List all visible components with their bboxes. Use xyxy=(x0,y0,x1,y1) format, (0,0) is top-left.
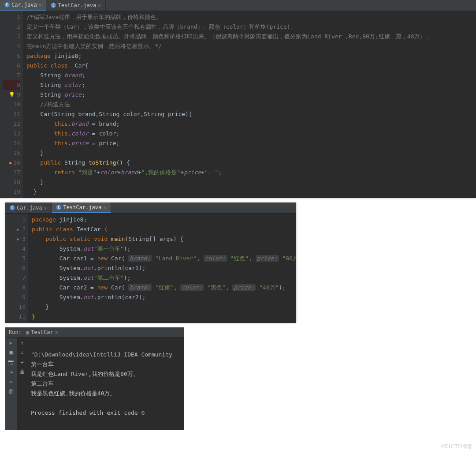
class-icon: C xyxy=(4,2,10,8)
line-number-bulb[interactable]: 9 xyxy=(3,90,20,100)
tabbar-1: C Car.java × C TestCar.java × xyxy=(0,0,476,11)
comment: 定义构造方法，用来初始化数据成员。并将品牌、颜色和价格打印出来。（假设有两个对象… xyxy=(26,33,431,40)
line-number: 17 xyxy=(3,168,20,177)
class-icon: C xyxy=(10,205,15,210)
line-number: 19 xyxy=(3,187,20,197)
run-label: Run: xyxy=(9,329,22,335)
camera-icon[interactable]: 📷 xyxy=(8,360,15,365)
export-icon[interactable]: ⇥ xyxy=(9,369,12,375)
tab-testcar-java[interactable]: C TestCar.java × xyxy=(52,203,111,213)
out-line: "D:\Download\idea\IntelliJ IDEA Communit… xyxy=(31,351,172,358)
window-icon: ▣ xyxy=(26,329,29,335)
line-number: 12 xyxy=(3,119,20,129)
close-icon[interactable]: × xyxy=(98,3,101,8)
print-icon[interactable]: 🖶 xyxy=(19,369,25,375)
line-number: 5 xyxy=(3,51,20,61)
wrap-icon[interactable]: ↩ xyxy=(20,360,23,365)
tabbar-2: C Car.java × C TestCar.java × xyxy=(5,203,296,214)
run-header: Run: ▣ TestCar × xyxy=(5,327,184,338)
line-number: 1 xyxy=(3,12,20,22)
class-icon: C xyxy=(51,3,56,8)
play-icon[interactable]: ▶ xyxy=(9,340,12,345)
param-hint: price: xyxy=(256,255,279,262)
tab-testcar-java[interactable]: C TestCar.java × xyxy=(46,0,105,11)
param-hint: color: xyxy=(204,255,227,262)
line-number: 9 xyxy=(8,293,26,302)
tab-label: Car.java xyxy=(11,2,37,8)
run-config-name: TestCar xyxy=(31,329,53,335)
out-line: 我是黑色红旗,我的价格是40万。 xyxy=(31,390,115,397)
line-number: 6 xyxy=(3,61,20,71)
line-number: 5 xyxy=(8,254,26,263)
param-hint: brand: xyxy=(128,255,152,262)
gutter[interactable]: 1 2 3 4 5 6 7 8 9 10 11 12 13 14 15 16 1… xyxy=(0,11,23,198)
line-number: 7 xyxy=(3,71,20,80)
down-icon[interactable]: ↓ xyxy=(20,350,23,355)
line-number: 11 xyxy=(8,312,26,322)
comment: 定义一个车类（Car），该类中应该有三个私有属性，品牌（brand）、颜色（co… xyxy=(26,23,296,30)
exit-icon[interactable]: ↦ xyxy=(9,379,12,384)
tab-label: TestCar.java xyxy=(63,204,101,210)
tab-label: TestCar.java xyxy=(58,2,96,8)
run-panel: Run: ▣ TestCar × ▶ ■ 📷 ⇥ ↦ 🗑 ↑ ↓ ↩ 🖶 "D:… xyxy=(5,327,184,430)
out-line: 第二台车 xyxy=(31,380,54,387)
editor-panel-car: C Car.java × C TestCar.java × 1 2 3 4 5 … xyxy=(0,0,476,198)
line-number: 15 xyxy=(3,148,20,158)
line-number: 2 xyxy=(3,22,20,32)
close-icon[interactable]: × xyxy=(39,2,42,8)
gutter[interactable]: 1 2 3 4 5 6 7 8 9 10 11 xyxy=(5,214,28,323)
param-hint: brand: xyxy=(128,284,152,291)
line-number: 3 xyxy=(3,32,20,41)
line-number-run[interactable]: 3 xyxy=(8,234,26,244)
close-icon[interactable]: × xyxy=(103,205,106,210)
close-icon[interactable]: × xyxy=(55,329,58,335)
out-line: Process finished with exit code 0 xyxy=(31,409,145,416)
tab-car-java[interactable]: C Car.java × xyxy=(0,0,46,11)
comment: /*编写Java程序，用于显示车的品牌，价格和颜色。 xyxy=(26,14,162,20)
line-number: 8 xyxy=(3,80,20,90)
line-number: 14 xyxy=(3,139,20,148)
line-number: 1 xyxy=(8,215,26,225)
line-number: 4 xyxy=(3,41,20,51)
console-output[interactable]: "D:\Download\idea\IntelliJ IDEA Communit… xyxy=(27,338,184,430)
tab-car-java[interactable]: C Car.java × xyxy=(5,203,52,213)
line-number: 6 xyxy=(8,263,26,273)
editor-body: 1 2 3 4 5 6 7 8 9 10 11 12 13 14 15 16 1… xyxy=(0,11,476,198)
out-line: 我是红色Land River,我的价格是80万。 xyxy=(31,371,139,377)
line-number: 18 xyxy=(3,177,20,187)
trash-icon[interactable]: 🗑 xyxy=(8,389,14,394)
editor-body: 1 2 3 4 5 6 7 8 9 10 11 package jinjie8;… xyxy=(5,214,296,323)
line-number: 10 xyxy=(8,302,26,312)
param-hint: price: xyxy=(232,284,256,291)
line-number: 7 xyxy=(8,273,26,283)
run-config-tab[interactable]: ▣ TestCar × xyxy=(26,329,58,335)
line-number-run[interactable]: 2 xyxy=(8,225,26,234)
line-number-override[interactable]: 16 xyxy=(3,158,20,168)
out-line: 第一台车 xyxy=(31,361,54,368)
line-number: 11 xyxy=(3,109,20,119)
code-area[interactable]: package jinjie8; public class TestCar { … xyxy=(28,214,296,323)
run-toolbar-left: ▶ ■ 📷 ⇥ ↦ 🗑 xyxy=(5,338,17,430)
class-icon: C xyxy=(56,205,61,210)
tab-label: Car.java xyxy=(17,205,42,211)
stop-icon[interactable]: ■ xyxy=(9,350,12,355)
up-icon[interactable]: ↑ xyxy=(20,340,23,345)
run-body: ▶ ■ 📷 ⇥ ↦ 🗑 ↑ ↓ ↩ 🖶 "D:\Download\idea\In… xyxy=(5,338,184,430)
line-number: 4 xyxy=(8,244,26,254)
code-area[interactable]: /*编写Java程序，用于显示车的品牌，价格和颜色。 定义一个车类（Car），该… xyxy=(23,11,476,198)
run-toolbar-right: ↑ ↓ ↩ 🖶 xyxy=(17,338,27,430)
close-icon[interactable]: × xyxy=(44,205,47,211)
editor-panel-testcar: C Car.java × C TestCar.java × 1 2 3 4 5 … xyxy=(5,203,296,323)
comment: 在main方法中创建人类的实例，然后将信息显示。*/ xyxy=(26,43,162,49)
param-hint: color: xyxy=(180,284,204,291)
line-number: 10 xyxy=(3,100,20,109)
line-number: 13 xyxy=(3,129,20,139)
line-number: 8 xyxy=(8,283,26,293)
